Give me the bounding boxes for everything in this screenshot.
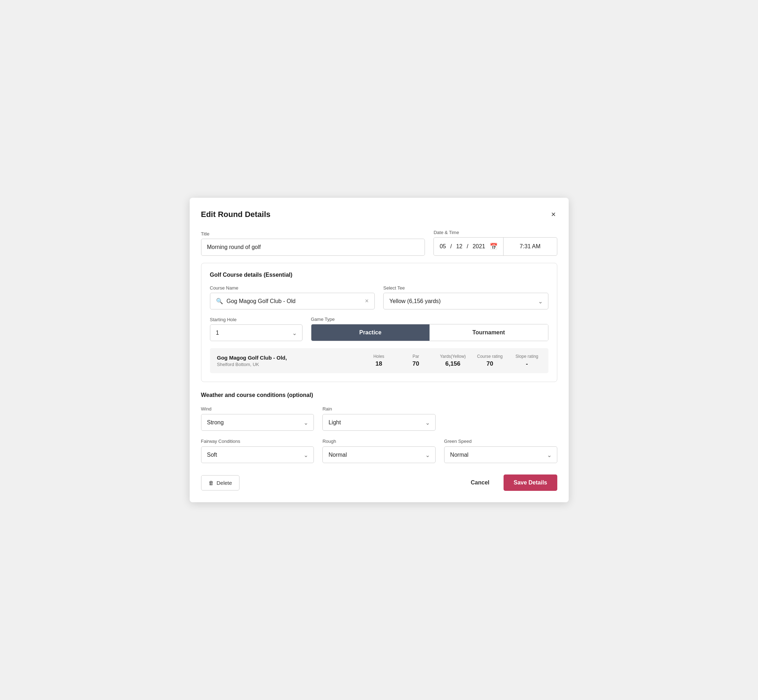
footer-right: Cancel Save Details — [465, 475, 557, 491]
tournament-toggle-button[interactable]: Tournament — [429, 324, 548, 341]
wind-label: Wind — [201, 406, 212, 411]
rough-wrap: Soft Normal Hard ⌄ — [323, 446, 435, 463]
date-part: 05 / 12 / 2021 📅 — [434, 238, 503, 255]
par-label: Par — [412, 354, 419, 359]
select-tee-group: Select Tee Yellow (6,156 yards) White Re… — [383, 285, 548, 309]
slope-rating-value: - — [526, 360, 528, 367]
delete-label: Delete — [217, 480, 232, 486]
title-input[interactable] — [201, 239, 425, 256]
practice-toggle-button[interactable]: Practice — [312, 324, 430, 341]
date-year: 2021 — [473, 243, 485, 250]
date-sep2: / — [467, 243, 468, 250]
hole-gametype-row: Starting Hole 1234 5678 910 ⌄ Game Type … — [210, 317, 548, 341]
edit-round-modal: Edit Round Details × Title Date & Time 0… — [190, 198, 568, 502]
trash-icon: 🗑 — [208, 480, 214, 486]
date-sep1: / — [450, 243, 452, 250]
stat-holes: Holes 18 — [365, 354, 393, 367]
rough-label: Rough — [323, 439, 336, 444]
wind-wrap: None Light Moderate Strong ⌄ — [201, 414, 314, 431]
starting-hole-group: Starting Hole 1234 5678 910 ⌄ — [210, 317, 302, 341]
course-info-name-bold: Gog Magog Golf Club - Old, — [217, 355, 356, 361]
golf-section-title: Golf Course details (Essential) — [210, 272, 548, 278]
weather-section: Weather and course conditions (optional)… — [201, 392, 557, 463]
holes-label: Holes — [373, 354, 384, 359]
cancel-button[interactable]: Cancel — [465, 475, 495, 490]
search-icon: 🔍 — [216, 298, 223, 305]
calendar-icon[interactable]: 📅 — [490, 242, 498, 250]
conditions-row: Fairway Conditions Soft Normal Hard ⌄ Ro… — [201, 438, 557, 463]
date-time-field: 05 / 12 / 2021 📅 7:31 AM — [434, 237, 557, 256]
yards-value: 6,156 — [445, 360, 460, 367]
footer-row: 🗑 Delete Cancel Save Details — [201, 475, 557, 491]
par-value: 70 — [412, 360, 419, 367]
title-group: Title — [201, 231, 425, 256]
course-rating-label: Course rating — [477, 354, 503, 359]
fairway-wrap: Soft Normal Hard ⌄ — [201, 446, 314, 463]
fairway-group: Fairway Conditions Soft Normal Hard ⌄ — [201, 438, 314, 463]
course-name-input[interactable] — [227, 298, 365, 305]
modal-header: Edit Round Details × — [201, 209, 557, 220]
clear-course-icon[interactable]: × — [365, 297, 369, 305]
rain-label: Rain — [323, 406, 332, 411]
delete-button[interactable]: 🗑 Delete — [201, 475, 240, 491]
course-tee-row: Course Name 🔍 × Select Tee Yellow (6,156… — [210, 285, 548, 309]
stat-slope-rating: Slope rating - — [513, 354, 541, 367]
save-button[interactable]: Save Details — [504, 475, 557, 491]
rain-wrap: None Light Moderate Heavy ⌄ — [323, 414, 435, 431]
rain-dropdown[interactable]: None Light Moderate Heavy — [323, 414, 435, 431]
fairway-label: Fairway Conditions — [201, 439, 241, 444]
rough-group: Rough Soft Normal Hard ⌄ — [323, 438, 435, 463]
starting-hole-wrap: 1234 5678 910 ⌄ — [210, 324, 302, 341]
fairway-dropdown[interactable]: Soft Normal Hard — [201, 446, 314, 463]
course-rating-value: 70 — [487, 360, 493, 367]
game-type-group: Game Type Practice Tournament — [311, 317, 548, 341]
golf-course-section: Golf Course details (Essential) Course N… — [201, 263, 557, 382]
course-name-group: Course Name 🔍 × — [210, 285, 375, 309]
date-month: 05 — [440, 243, 446, 250]
time-part: 7:31 AM — [504, 238, 557, 255]
course-info-location: Shelford Bottom, UK — [217, 362, 356, 367]
rain-group: Rain None Light Moderate Heavy ⌄ — [323, 405, 435, 431]
course-info-name: Gog Magog Golf Club - Old, Shelford Bott… — [217, 355, 356, 367]
weather-section-title: Weather and course conditions (optional) — [201, 392, 557, 398]
select-tee-dropdown[interactable]: Yellow (6,156 yards) White Red Blue — [383, 293, 548, 309]
game-type-label: Game Type — [311, 317, 548, 322]
course-name-search-wrap: 🔍 × — [210, 293, 375, 309]
select-tee-wrap: Yellow (6,156 yards) White Red Blue ⌄ — [383, 293, 548, 309]
green-speed-group: Green Speed Slow Normal Fast ⌄ — [444, 438, 557, 463]
yards-label: Yards(Yellow) — [440, 354, 466, 359]
title-date-row: Title Date & Time 05 / 12 / 2021 📅 7:31 … — [201, 230, 557, 256]
close-button[interactable]: × — [550, 209, 557, 220]
wind-rain-row: Wind None Light Moderate Strong ⌄ Rain N… — [201, 405, 557, 431]
green-speed-wrap: Slow Normal Fast ⌄ — [444, 446, 557, 463]
course-info-box: Gog Magog Golf Club - Old, Shelford Bott… — [210, 348, 548, 373]
starting-hole-dropdown[interactable]: 1234 5678 910 — [210, 324, 302, 341]
title-label: Title — [201, 231, 425, 236]
date-time-group: Date & Time 05 / 12 / 2021 📅 7:31 AM — [434, 230, 557, 256]
course-name-label: Course Name — [210, 285, 375, 291]
date-time-label: Date & Time — [434, 230, 557, 235]
holes-value: 18 — [376, 360, 382, 367]
slope-rating-label: Slope rating — [515, 354, 538, 359]
stat-course-rating: Course rating 70 — [476, 354, 504, 367]
game-type-toggle: Practice Tournament — [311, 324, 548, 341]
green-speed-label: Green Speed — [444, 439, 471, 444]
wind-group: Wind None Light Moderate Strong ⌄ — [201, 405, 314, 431]
date-day: 12 — [456, 243, 463, 250]
rough-dropdown[interactable]: Soft Normal Hard — [323, 446, 435, 463]
select-tee-label: Select Tee — [383, 285, 548, 291]
stat-yards: Yards(Yellow) 6,156 — [439, 354, 467, 367]
wind-dropdown[interactable]: None Light Moderate Strong — [201, 414, 314, 431]
modal-title: Edit Round Details — [201, 210, 271, 219]
starting-hole-label: Starting Hole — [210, 317, 302, 322]
green-speed-dropdown[interactable]: Slow Normal Fast — [444, 446, 557, 463]
time-value: 7:31 AM — [520, 243, 540, 250]
stat-par: Par 70 — [402, 354, 430, 367]
